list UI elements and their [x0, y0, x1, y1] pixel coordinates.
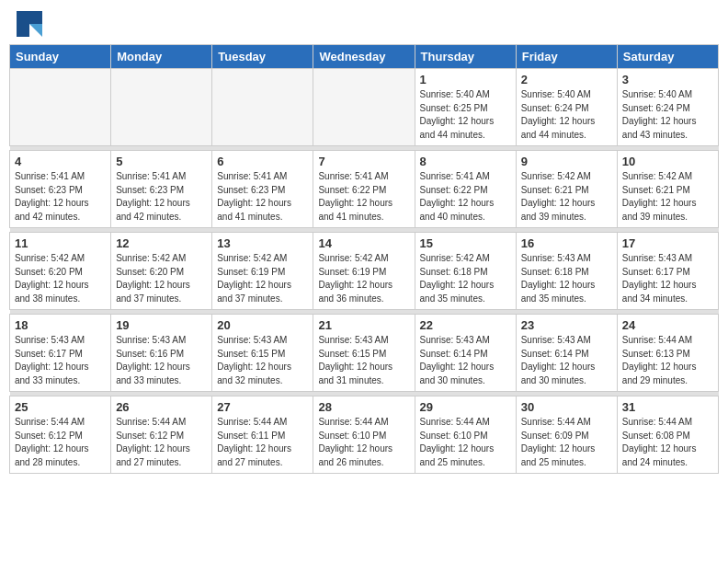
- day-number: 22: [420, 318, 511, 332]
- day-info: Sunrise: 5:44 AM Sunset: 6:13 PM Dayligh…: [622, 334, 713, 387]
- day-number: 17: [622, 236, 713, 250]
- day-info: Sunrise: 5:43 AM Sunset: 6:17 PM Dayligh…: [15, 334, 106, 387]
- day-number: 6: [217, 155, 308, 168]
- weekday-header-sunday: Sunday: [10, 45, 111, 69]
- day-number: 1: [420, 73, 511, 86]
- svg-marker-3: [29, 24, 42, 37]
- day-cell-27: 27Sunrise: 5:44 AM Sunset: 6:11 PM Dayli…: [212, 396, 313, 474]
- day-cell-6: 6Sunrise: 5:41 AM Sunset: 6:23 PM Daylig…: [212, 151, 313, 228]
- day-info: Sunrise: 5:43 AM Sunset: 6:16 PM Dayligh…: [116, 334, 207, 387]
- day-info: Sunrise: 5:41 AM Sunset: 6:22 PM Dayligh…: [318, 170, 409, 224]
- day-cell-5: 5Sunrise: 5:41 AM Sunset: 6:23 PM Daylig…: [111, 151, 212, 228]
- day-number: 5: [116, 155, 207, 168]
- day-cell-1: 1Sunrise: 5:40 AM Sunset: 6:25 PM Daylig…: [415, 69, 516, 146]
- day-info: Sunrise: 5:43 AM Sunset: 6:14 PM Dayligh…: [521, 334, 612, 387]
- day-cell-8: 8Sunrise: 5:41 AM Sunset: 6:22 PM Daylig…: [415, 151, 516, 228]
- day-number: 25: [15, 400, 106, 414]
- day-number: 21: [318, 318, 409, 332]
- day-cell-13: 13Sunrise: 5:42 AM Sunset: 6:19 PM Dayli…: [212, 233, 313, 310]
- day-number: 4: [15, 155, 106, 168]
- weekday-header-saturday: Saturday: [617, 45, 718, 69]
- week-row: 4Sunrise: 5:41 AM Sunset: 6:23 PM Daylig…: [10, 151, 719, 228]
- day-info: Sunrise: 5:42 AM Sunset: 6:21 PM Dayligh…: [521, 170, 612, 224]
- day-info: Sunrise: 5:40 AM Sunset: 6:24 PM Dayligh…: [622, 88, 713, 142]
- day-cell-7: 7Sunrise: 5:41 AM Sunset: 6:22 PM Daylig…: [313, 151, 415, 228]
- day-number: 28: [318, 400, 409, 414]
- day-cell-16: 16Sunrise: 5:43 AM Sunset: 6:18 PM Dayli…: [516, 233, 617, 310]
- day-cell-2: 2Sunrise: 5:40 AM Sunset: 6:24 PM Daylig…: [516, 69, 617, 146]
- day-cell-15: 15Sunrise: 5:42 AM Sunset: 6:18 PM Dayli…: [415, 233, 516, 310]
- svg-rect-0: [17, 11, 29, 24]
- day-info: Sunrise: 5:41 AM Sunset: 6:23 PM Dayligh…: [15, 170, 106, 224]
- day-cell-24: 24Sunrise: 5:44 AM Sunset: 6:13 PM Dayli…: [617, 315, 718, 392]
- day-cell-20: 20Sunrise: 5:43 AM Sunset: 6:15 PM Dayli…: [212, 315, 313, 392]
- day-cell-9: 9Sunrise: 5:42 AM Sunset: 6:21 PM Daylig…: [516, 151, 617, 228]
- day-info: Sunrise: 5:41 AM Sunset: 6:23 PM Dayligh…: [217, 170, 308, 224]
- empty-cell: [10, 69, 111, 146]
- empty-cell: [111, 69, 212, 146]
- day-info: Sunrise: 5:44 AM Sunset: 6:12 PM Dayligh…: [116, 416, 207, 469]
- day-number: 27: [217, 400, 308, 414]
- day-info: Sunrise: 5:42 AM Sunset: 6:18 PM Dayligh…: [420, 252, 511, 305]
- day-info: Sunrise: 5:44 AM Sunset: 6:12 PM Dayligh…: [15, 416, 106, 469]
- day-info: Sunrise: 5:40 AM Sunset: 6:25 PM Dayligh…: [420, 88, 511, 142]
- day-number: 15: [420, 236, 511, 250]
- day-cell-19: 19Sunrise: 5:43 AM Sunset: 6:16 PM Dayli…: [111, 315, 212, 392]
- day-cell-25: 25Sunrise: 5:44 AM Sunset: 6:12 PM Dayli…: [10, 396, 111, 474]
- day-number: 12: [116, 236, 207, 250]
- svg-rect-2: [17, 24, 29, 37]
- day-info: Sunrise: 5:40 AM Sunset: 6:24 PM Dayligh…: [521, 88, 612, 142]
- day-number: 30: [521, 400, 612, 414]
- logo: [17, 11, 44, 37]
- day-info: Sunrise: 5:44 AM Sunset: 6:10 PM Dayligh…: [420, 416, 511, 469]
- week-row: 25Sunrise: 5:44 AM Sunset: 6:12 PM Dayli…: [10, 396, 719, 474]
- day-cell-4: 4Sunrise: 5:41 AM Sunset: 6:23 PM Daylig…: [10, 151, 111, 228]
- day-info: Sunrise: 5:44 AM Sunset: 6:10 PM Dayligh…: [318, 416, 409, 469]
- day-cell-17: 17Sunrise: 5:43 AM Sunset: 6:17 PM Dayli…: [617, 233, 718, 310]
- weekday-header-row: SundayMondayTuesdayWednesdayThursdayFrid…: [10, 45, 719, 69]
- day-number: 14: [318, 236, 409, 250]
- day-cell-29: 29Sunrise: 5:44 AM Sunset: 6:10 PM Dayli…: [415, 396, 516, 474]
- header: [0, 0, 728, 44]
- weekday-header-tuesday: Tuesday: [212, 45, 313, 69]
- day-number: 31: [622, 400, 713, 414]
- day-cell-22: 22Sunrise: 5:43 AM Sunset: 6:14 PM Dayli…: [415, 315, 516, 392]
- week-row: 11Sunrise: 5:42 AM Sunset: 6:20 PM Dayli…: [10, 233, 719, 310]
- day-cell-12: 12Sunrise: 5:42 AM Sunset: 6:20 PM Dayli…: [111, 233, 212, 310]
- day-number: 26: [116, 400, 207, 414]
- day-number: 24: [622, 318, 713, 332]
- day-info: Sunrise: 5:43 AM Sunset: 6:15 PM Dayligh…: [217, 334, 308, 387]
- day-info: Sunrise: 5:43 AM Sunset: 6:17 PM Dayligh…: [622, 252, 713, 305]
- week-row: 1Sunrise: 5:40 AM Sunset: 6:25 PM Daylig…: [10, 69, 719, 146]
- calendar: SundayMondayTuesdayWednesdayThursdayFrid…: [9, 44, 719, 474]
- day-number: 10: [622, 155, 713, 168]
- day-number: 8: [420, 155, 511, 168]
- day-number: 23: [521, 318, 612, 332]
- day-info: Sunrise: 5:44 AM Sunset: 6:11 PM Dayligh…: [217, 416, 308, 469]
- day-info: Sunrise: 5:41 AM Sunset: 6:23 PM Dayligh…: [116, 170, 207, 224]
- empty-cell: [212, 69, 313, 146]
- day-cell-21: 21Sunrise: 5:43 AM Sunset: 6:15 PM Dayli…: [313, 315, 415, 392]
- day-number: 20: [217, 318, 308, 332]
- day-info: Sunrise: 5:41 AM Sunset: 6:22 PM Dayligh…: [420, 170, 511, 224]
- day-info: Sunrise: 5:42 AM Sunset: 6:19 PM Dayligh…: [217, 252, 308, 305]
- day-info: Sunrise: 5:43 AM Sunset: 6:18 PM Dayligh…: [521, 252, 612, 305]
- day-cell-3: 3Sunrise: 5:40 AM Sunset: 6:24 PM Daylig…: [617, 69, 718, 146]
- day-info: Sunrise: 5:42 AM Sunset: 6:21 PM Dayligh…: [622, 170, 713, 224]
- day-info: Sunrise: 5:42 AM Sunset: 6:20 PM Dayligh…: [116, 252, 207, 305]
- day-cell-10: 10Sunrise: 5:42 AM Sunset: 6:21 PM Dayli…: [617, 151, 718, 228]
- weekday-header-monday: Monday: [111, 45, 212, 69]
- day-info: Sunrise: 5:42 AM Sunset: 6:20 PM Dayligh…: [15, 252, 106, 305]
- day-cell-23: 23Sunrise: 5:43 AM Sunset: 6:14 PM Dayli…: [516, 315, 617, 392]
- day-cell-28: 28Sunrise: 5:44 AM Sunset: 6:10 PM Dayli…: [313, 396, 415, 474]
- day-number: 13: [217, 236, 308, 250]
- svg-rect-1: [29, 11, 42, 24]
- day-number: 2: [521, 73, 612, 86]
- day-number: 3: [622, 73, 713, 86]
- day-cell-11: 11Sunrise: 5:42 AM Sunset: 6:20 PM Dayli…: [10, 233, 111, 310]
- week-row: 18Sunrise: 5:43 AM Sunset: 6:17 PM Dayli…: [10, 315, 719, 392]
- weekday-header-wednesday: Wednesday: [313, 45, 415, 69]
- day-number: 7: [318, 155, 409, 168]
- day-info: Sunrise: 5:42 AM Sunset: 6:19 PM Dayligh…: [318, 252, 409, 305]
- day-info: Sunrise: 5:44 AM Sunset: 6:08 PM Dayligh…: [622, 416, 713, 469]
